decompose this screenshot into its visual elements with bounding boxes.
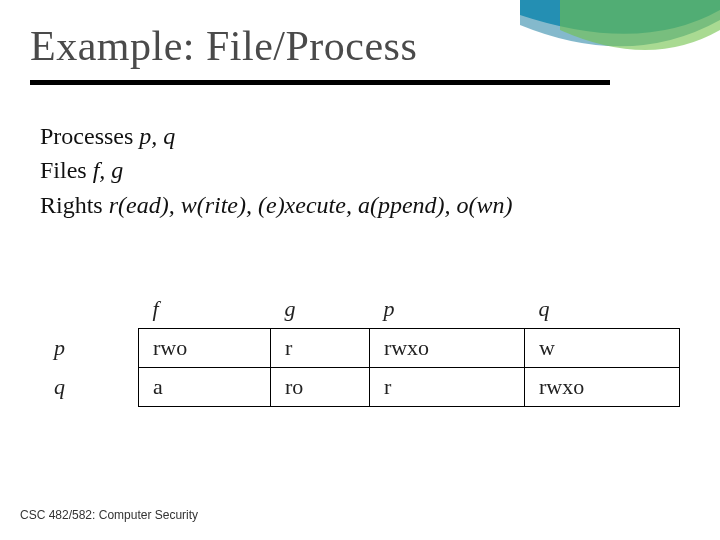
cell: ro	[271, 368, 370, 407]
slide: Example: File/Process Processes p, q Fil…	[0, 0, 720, 540]
cell: w	[524, 329, 679, 368]
table-header-row: f g p q	[40, 290, 680, 329]
decorative-swoosh	[520, 0, 720, 80]
slide-title: Example: File/Process	[30, 22, 417, 70]
line-files: Files f, g	[40, 154, 680, 186]
line-rights: Rights r(ead), w(rite), (e)xecute, a(ppe…	[40, 189, 680, 221]
body-text: Processes p, q Files f, g Rights r(ead),…	[40, 120, 680, 223]
title-underline	[30, 80, 610, 85]
cell: a	[139, 368, 271, 407]
row-header: q	[40, 368, 139, 407]
cell: rwxo	[369, 329, 524, 368]
table-row: q a ro r rwxo	[40, 368, 680, 407]
cell: r	[369, 368, 524, 407]
col-header: g	[271, 290, 370, 329]
access-matrix: f g p q p rwo r rwxo w q a ro	[40, 290, 680, 407]
col-header: q	[524, 290, 679, 329]
line-processes: Processes p, q	[40, 120, 680, 152]
row-header: p	[40, 329, 139, 368]
col-header: f	[139, 290, 271, 329]
table-row: p rwo r rwxo w	[40, 329, 680, 368]
col-header: p	[369, 290, 524, 329]
cell: rwo	[139, 329, 271, 368]
cell: rwxo	[524, 368, 679, 407]
cell: r	[271, 329, 370, 368]
footer-text: CSC 482/582: Computer Security	[20, 508, 198, 522]
